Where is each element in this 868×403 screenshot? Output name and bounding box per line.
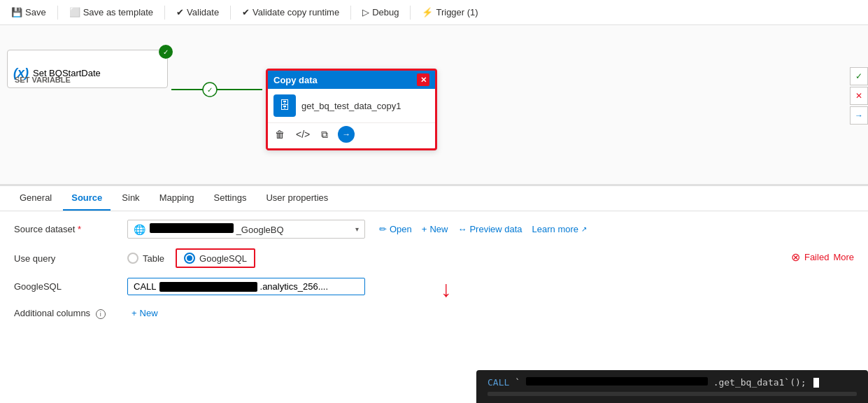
use-query-label: Use query: [14, 253, 119, 264]
validate-icon: ✔: [176, 7, 184, 17]
tab-source[interactable]: Source: [63, 186, 111, 211]
plus-icon-column: +: [131, 308, 137, 318]
source-dataset-dropdown[interactable]: 🌐 _GoogleBQ ▾: [127, 220, 365, 239]
toolbar: 💾 Save ⬜ Save as template ✔ Validate ✔ V…: [0, 0, 868, 25]
delete-action-button[interactable]: 🗑: [273, 127, 286, 141]
save-label: Save: [25, 7, 46, 17]
new-link[interactable]: + New: [422, 224, 448, 234]
preview-data-link[interactable]: ↔ Preview data: [457, 224, 522, 234]
tab-user-properties-label: User properties: [266, 192, 328, 203]
table-radio-circle: [127, 253, 138, 264]
tab-source-label: Source: [71, 192, 102, 203]
code-action-button[interactable]: </>: [294, 127, 311, 141]
toolbar-sep-3: [230, 6, 231, 20]
tab-sink[interactable]: Sink: [113, 186, 148, 211]
database-icon: 🗄: [273, 94, 296, 117]
use-query-radio-group: Table GoogleSQL: [127, 248, 255, 268]
toolbar-sep-2: [164, 6, 165, 20]
tab-settings[interactable]: Settings: [206, 186, 255, 211]
preview-icon: ↔: [457, 224, 467, 234]
tab-general-label: General: [20, 192, 52, 203]
preview-data-label: Preview data: [469, 224, 522, 234]
source-dataset-label-text: Source dataset: [14, 224, 75, 234]
toolbar-sep-4: [350, 6, 351, 20]
save-template-icon: ⬜: [69, 7, 80, 17]
debug-icon: ▷: [362, 7, 369, 17]
learn-more-label: Learn more: [532, 224, 578, 234]
copy-data-close-button[interactable]: ✕: [417, 73, 429, 86]
tab-mapping[interactable]: Mapping: [151, 186, 203, 211]
copy-data-title: Copy data: [273, 75, 318, 85]
open-link[interactable]: ✏ Open: [379, 224, 412, 234]
globe-icon: 🌐: [134, 224, 145, 235]
debug-label: Debug: [372, 7, 399, 17]
svg-point-0: [203, 83, 217, 97]
copy-data-body: 🗄 get_bq_test_data_copy1: [268, 89, 435, 122]
validate-button[interactable]: ✔ Validate: [171, 4, 225, 20]
validate-copy-icon: ✔: [242, 7, 250, 17]
add-new-column-button[interactable]: + New: [127, 305, 162, 321]
error-section: ⊗ Failed More: [791, 250, 854, 264]
info-icon[interactable]: i: [96, 309, 106, 319]
save-icon: 💾: [11, 7, 22, 17]
set-variable-type-label: Set variable: [15, 76, 71, 84]
failed-text: Failed: [804, 252, 829, 262]
additional-columns-label-text: Additional columns: [14, 308, 90, 318]
tabs-bar: General Source Sink Mapping Settings Use…: [0, 186, 868, 211]
new-label: New: [429, 224, 448, 234]
table-radio-option[interactable]: Table: [127, 253, 164, 264]
sql-masked-content: [159, 282, 257, 292]
additional-columns-label: Additional columns i: [14, 308, 119, 319]
validate-copy-runtime-label: Validate copy runtime: [252, 7, 339, 17]
use-query-row: Use query Table GoogleSQL: [14, 248, 854, 268]
more-link[interactable]: More: [833, 252, 854, 262]
properties-panel: General Source Sink Mapping Settings Use…: [0, 186, 868, 403]
navigate-action-button[interactable]: →: [338, 126, 355, 143]
source-dataset-label: Source dataset *: [14, 224, 119, 234]
trigger-icon: ⚡: [422, 7, 433, 17]
googlesql-radio-label: GoogleSQL: [199, 253, 247, 264]
error-icon: ⊗: [791, 250, 800, 264]
toolbar-sep-5: [410, 6, 411, 20]
sql-popup-scrollbar[interactable]: [488, 392, 857, 396]
googlesql-field-label-text: GoogleSQL: [14, 281, 62, 292]
success-side-button[interactable]: ✓: [850, 67, 868, 85]
sql-popup-text: CALL ` .get_bq_data1`();: [488, 377, 857, 388]
trigger-label: Trigger (1): [436, 7, 478, 17]
sql-input-field[interactable]: CALL .analytics_256....: [127, 278, 365, 295]
more-label: More: [833, 252, 854, 262]
open-label: Open: [390, 224, 412, 234]
dataset-name: _GoogleBQ: [150, 223, 351, 235]
toolbar-sep-1: [57, 6, 58, 20]
tab-general[interactable]: General: [11, 186, 60, 211]
sql-popup: CALL ` .get_bq_data1`();: [476, 370, 868, 404]
copy-data-node[interactable]: Copy data ✕ 🗄 get_bq_test_data_copy1 🗑 <…: [266, 69, 437, 150]
dataset-masked: [150, 223, 234, 233]
save-button[interactable]: 💾 Save: [6, 4, 52, 20]
plus-icon-new: +: [422, 224, 427, 234]
canvas-side-buttons: ✓ ✕ →: [850, 67, 868, 125]
validate-copy-runtime-button[interactable]: ✔ Validate copy runtime: [236, 4, 345, 20]
new-column-label: New: [140, 308, 158, 318]
pencil-icon: ✏: [379, 224, 387, 234]
copy-action-button[interactable]: ⧉: [320, 127, 329, 142]
googlesql-radio-option[interactable]: GoogleSQL: [184, 253, 247, 264]
learn-more-link[interactable]: Learn more ↗: [532, 224, 587, 234]
validate-label: Validate: [187, 7, 219, 17]
trigger-button[interactable]: ⚡ Trigger (1): [416, 4, 483, 20]
success-badge: ✓: [159, 45, 173, 59]
copy-data-actions: 🗑 </> ⧉ →: [268, 122, 435, 148]
additional-columns-row: Additional columns i + New: [14, 305, 854, 321]
save-as-template-button[interactable]: ⬜ Save as template: [64, 4, 159, 20]
dataset-suffix: _GoogleBQ: [236, 225, 284, 235]
sql-call-text: CALL: [134, 281, 157, 292]
sql-popup-masked: [526, 377, 708, 386]
arrow-side-button[interactable]: →: [850, 106, 868, 125]
tab-user-properties[interactable]: User properties: [257, 186, 336, 211]
debug-button[interactable]: ▷ Debug: [357, 4, 404, 20]
error-side-button[interactable]: ✕: [850, 87, 868, 105]
source-dataset-row: Source dataset * 🌐 _GoogleBQ ▾ ✏ Open +: [14, 220, 854, 239]
googlesql-field-label: GoogleSQL: [14, 281, 119, 292]
external-link-icon: ↗: [581, 225, 587, 233]
set-variable-node[interactable]: Set variable (x) Set BQStartDate ✓: [7, 50, 168, 88]
